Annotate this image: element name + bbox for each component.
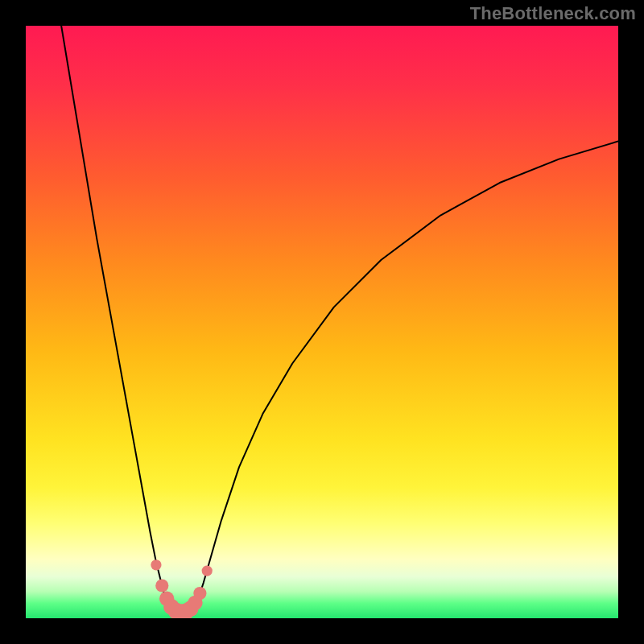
highlight-dot: [193, 587, 206, 600]
chart-svg: [26, 26, 618, 618]
highlight-dot: [202, 566, 213, 576]
highlight-dots: [151, 559, 213, 618]
outer-frame: TheBottleneck.com: [0, 0, 644, 644]
plot-area: [26, 26, 618, 618]
watermark-text: TheBottleneck.com: [470, 3, 636, 24]
bottleneck-curve: [61, 26, 618, 613]
highlight-dot: [155, 579, 168, 592]
highlight-dot: [151, 559, 161, 570]
